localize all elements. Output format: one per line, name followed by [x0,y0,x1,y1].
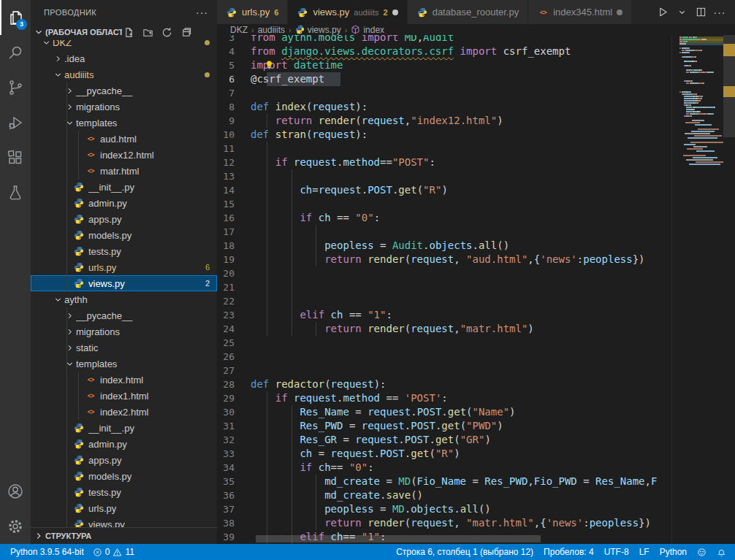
code-line-28[interactable]: 28def redactor(request): [217,377,675,391]
code-line-34[interactable]: 34 if ch== "0": [217,461,675,475]
tree-item-aud.html[interactable]: <>aud.html [31,131,217,147]
code-line-10[interactable]: 10def stran(request): [217,128,675,142]
vertical-scrollbar[interactable] [723,35,735,544]
tab-database_roouter.py[interactable]: database_roouter.py [408,0,529,24]
code-line-17[interactable]: 17 [217,225,675,239]
code-lines[interactable]: 3from aythh.models import MD,Audit4from … [217,35,675,544]
tree-item-models.py[interactable]: models.py [31,227,217,243]
cursor-position[interactable]: Строка 6, столбец 1 (выбрано 12) [396,547,533,557]
code-line-4[interactable]: 4from django.views.decorators.csrf impor… [217,45,675,58]
source-control-icon[interactable] [0,70,31,105]
tree-item-index.html[interactable]: <>index.html [31,372,217,388]
code-line-33[interactable]: 33 ch = request.POST.get("R") [217,447,675,461]
split-editor-icon[interactable] [693,4,709,20]
tree-item-tests.py[interactable]: tests.py [31,243,217,259]
code-line-26[interactable]: 26 [217,350,675,364]
tree-item-index2.html[interactable]: <>index2.html [31,404,217,420]
tree-item-templates[interactable]: templates [31,356,217,372]
tree-item-tests.py[interactable]: tests.py [31,484,217,500]
python-interpreter[interactable]: Python 3.9.5 64-bit [10,547,84,557]
code-line-24[interactable]: 24 return render(request,"matr.html") [217,322,675,336]
tab-views.py[interactable]: views.pyaudiiits2 [288,0,407,24]
feedback-icon[interactable] [697,548,707,557]
code-line-15[interactable]: 15 [217,197,675,211]
tree-item-apps.py[interactable]: apps.py [31,211,217,227]
tree-item-index12.html[interactable]: <>index12.html [31,147,217,163]
tree-item-views.py[interactable]: views.py [31,516,217,527]
tab-urls.py[interactable]: urls.py6 [217,0,288,24]
code-line-37[interactable]: 37 peopless = MD.objects.all() [217,502,675,516]
outline-section-header[interactable]: СТРУКТУРА [31,527,217,544]
code-line-7[interactable]: 7 [217,86,675,100]
tree-item-admin.py[interactable]: admin.py [31,195,217,211]
tab-index345.html[interactable]: <>index345.html [528,0,632,24]
extensions-icon[interactable] [0,140,31,175]
code-line-32[interactable]: 32 Res_GR = request.POST.get("GR") [217,433,675,447]
tree-item-static[interactable]: static [31,340,217,356]
code-line-20[interactable]: 20 [217,266,675,280]
code-line-13[interactable]: 13 [217,169,675,183]
tree-item-.idea[interactable]: .idea [31,50,217,66]
notifications-bell-icon[interactable] [717,548,726,557]
tree-item-admin.py[interactable]: admin.py [31,436,217,452]
code-line-25[interactable]: 25 [217,336,675,350]
tree-item-migrations[interactable]: migrations [31,99,217,115]
indentation[interactable]: Пробелов: 4 [544,547,594,557]
code-line-23[interactable]: 23 elif ch == "1": [217,308,675,322]
code-line-31[interactable]: 31 Res_PWD = request.POST.get("PWD") [217,419,675,433]
code-line-36[interactable]: 36 md_create.save() [217,488,675,502]
code-line-30[interactable]: 30 Res_Name = request.POST.get("Name") [217,405,675,419]
tree-item-views.py[interactable]: views.py2 [31,275,217,291]
tree-item-models.py[interactable]: models.py [31,468,217,484]
code-editor[interactable]: 3from aythh.models import MD,Audit4from … [217,35,735,544]
code-line-22[interactable]: 22 [217,294,675,308]
code-line-29[interactable]: 29 if request.method == 'POST': [217,391,675,405]
breadcrumb-symbol[interactable]: index [351,25,384,35]
code-line-14[interactable]: 14 ch=request.POST.get("R") [217,183,675,197]
code-line-12[interactable]: 12 if request.method=="POST": [217,156,675,169]
code-line-21[interactable]: 21 [217,280,675,294]
collapse-all-icon[interactable] [179,26,192,39]
code-line-35[interactable]: 35 md_create = MD(Fio_Name = Res_PWD,Fio… [217,475,675,488]
breadcrumb-root[interactable]: DKZ [230,25,248,35]
tree-item-apps.py[interactable]: apps.py [31,452,217,468]
code-line-38[interactable]: 38 return render(request, "matr.html",{'… [217,516,675,530]
modified-dot[interactable] [617,9,622,15]
testing-icon[interactable] [0,175,31,210]
tree-item-migrations[interactable]: migrations [31,323,217,340]
search-icon[interactable] [0,35,31,70]
new-file-icon[interactable] [122,26,135,39]
run-dropdown-icon[interactable] [674,4,690,20]
tree-item-audiiits[interactable]: audiiits [31,66,217,83]
language-mode[interactable]: Python [660,547,687,557]
run-debug-icon[interactable] [0,105,31,140]
code-line-6[interactable]: 6@csrf_exempt [217,72,675,86]
editor-more-icon[interactable]: ··· [712,4,728,20]
code-line-9[interactable]: 9 return render(request,"index12.html") [217,114,675,128]
eol-sequence[interactable]: LF [639,547,650,557]
run-button[interactable] [655,4,671,20]
breadcrumb-file[interactable]: views.py [295,25,341,35]
tree-item-matr.html[interactable]: <>matr.html [31,163,217,179]
code-line-19[interactable]: 19 return render(request, "aud.html",{'n… [217,253,675,266]
new-folder-icon[interactable] [141,26,154,39]
tree-item-urls.py[interactable]: urls.py6 [31,259,217,275]
tree-item-index1.html[interactable]: <>index1.html [31,388,217,404]
code-line-5[interactable]: 5import datetime [217,58,675,72]
account-icon[interactable] [0,474,31,509]
explorer-icon[interactable]: 3 [0,0,31,35]
code-line-16[interactable]: 16 if ch == "0": [217,211,675,225]
tree-item-DKZ[interactable]: DKZ [31,40,217,50]
breadcrumb-folder[interactable]: audiiits [258,25,285,35]
tree-item-__pycache__[interactable]: __pycache__ [31,307,217,323]
settings-gear-icon[interactable] [0,509,31,544]
code-line-11[interactable]: 11 [217,142,675,156]
tree-item-__init__.py[interactable]: __init__.py [31,420,217,436]
workspace-section-header[interactable]: (РАБОЧАЯ ОБЛАСТЬ) ... [31,24,217,40]
lightbulb-icon[interactable] [264,60,274,74]
tree-item-aythh[interactable]: aythh [31,291,217,307]
tree-item-urls.py[interactable]: urls.py [31,500,217,516]
code-line-27[interactable]: 27 [217,364,675,377]
code-line-18[interactable]: 18 peopless = Audit.objects.all() [217,239,675,253]
problems-indicator[interactable]: 0 11 [93,547,134,557]
